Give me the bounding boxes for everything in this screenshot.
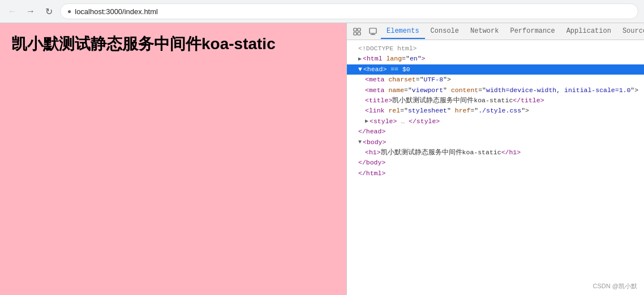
devtools-tabs: Elements Console Network Performance App… [347,23,644,40]
tree-body-close: </body> [347,158,644,168]
browser-toolbar: ← → ↻ ● localhost:3000/index.html [0,0,644,23]
tree-doctype: <!DOCTYPE html> [347,44,644,54]
csdn-watermark: CSDN @凯小默 [593,282,637,290]
tree-link: <link rel="stylesheet" href="./style.css… [347,106,644,116]
tab-network[interactable]: Network [465,24,504,39]
html-tree: <!DOCTYPE html> ▶ <html lang="en"> ▼ <he… [347,42,644,180]
tree-body-open: ▼ <body> [347,137,644,148]
tab-performance[interactable]: Performance [504,24,560,39]
tree-title: <title>凯小默测试静态服务中间件koa-static</title> [347,96,644,106]
tab-sources[interactable]: Sources [617,24,644,39]
svg-rect-3 [358,32,360,35]
devtools-inspect-icon[interactable] [365,24,381,40]
tree-head-close: </head> [347,127,644,137]
main-split: 凯小默测试静态服务中间件koa-static Elements Console … [0,23,644,295]
browser-chrome: ← → ↻ ● localhost:3000/index.html [0,0,644,23]
devtools-content: <!DOCTYPE html> ▶ <html lang="en"> ▼ <he… [347,40,644,295]
svg-rect-0 [354,28,357,31]
tree-meta-charset: <meta charset="UTF-8"> [347,75,644,85]
page-content: 凯小默测试静态服务中间件koa-static [0,23,346,295]
tree-h1: <h1>凯小默测试静态服务中间件koa-static</h1> [347,148,644,158]
lock-icon: ● [67,7,71,15]
back-button[interactable]: ← [6,5,19,18]
tree-meta-viewport: <meta name="viewport" content="width=dev… [347,85,644,96]
tree-head[interactable]: ▼ <head> == $0 [347,64,644,75]
tab-application[interactable]: Application [561,24,617,39]
refresh-button[interactable]: ↻ [42,5,55,18]
address-bar[interactable]: ● localhost:3000/index.html [60,3,638,19]
forward-button[interactable]: → [24,5,37,18]
tree-style: ▶ <style> … </style> [347,116,644,127]
svg-rect-1 [358,28,360,31]
body-expand-icon: ▼ [358,138,362,147]
tree-html-open: ▶ <html lang="en"> [347,54,644,64]
page-heading: 凯小默测试静态服务中间件koa-static [11,34,276,54]
devtools-panel: Elements Console Network Performance App… [346,23,644,295]
devtools-cursor-icon[interactable] [349,24,365,40]
tree-html-close: </html> [347,168,644,179]
tab-elements[interactable]: Elements [381,24,425,39]
collapse-icon: ▶ [365,117,368,126]
svg-rect-4 [370,28,376,33]
svg-rect-2 [354,32,357,35]
url-text: localhost:3000/index.html [75,7,158,16]
tab-console[interactable]: Console [425,24,465,39]
expand-icon: ▶ [358,55,362,64]
